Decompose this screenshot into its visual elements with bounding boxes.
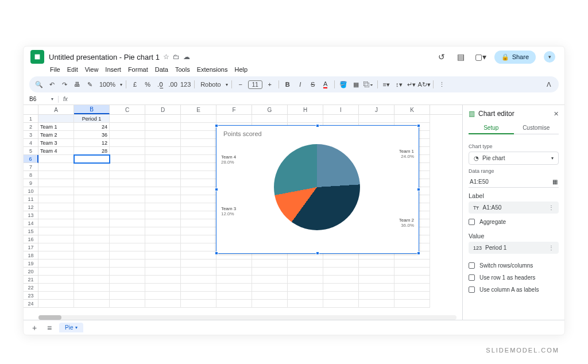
cell[interactable] xyxy=(145,300,181,308)
grid-select-icon[interactable]: ▦ xyxy=(552,179,558,185)
grid-body[interactable]: 1Period 12Team 1243Team 2364Team 3125Tea… xyxy=(24,115,462,315)
font-size-input[interactable]: 11 xyxy=(248,80,262,89)
cell[interactable] xyxy=(145,203,181,211)
borders-icon[interactable]: ▦ xyxy=(351,79,361,90)
cell[interactable] xyxy=(145,268,181,276)
cell[interactable] xyxy=(252,268,288,276)
sheets-logo[interactable] xyxy=(30,50,44,64)
cell[interactable] xyxy=(145,235,181,243)
cell[interactable] xyxy=(110,243,145,251)
cell[interactable] xyxy=(323,260,359,268)
cell[interactable] xyxy=(110,300,145,308)
cell[interactable] xyxy=(216,284,252,292)
col-b[interactable]: B xyxy=(74,105,110,114)
star-icon[interactable]: ☆ xyxy=(163,53,169,61)
cell[interactable] xyxy=(145,163,181,171)
doc-title[interactable]: Untitled presentation - Pie chart 1 xyxy=(49,53,160,61)
cell[interactable] xyxy=(110,211,145,219)
cell[interactable] xyxy=(252,115,288,123)
cell[interactable] xyxy=(74,276,110,284)
cell[interactable] xyxy=(145,155,181,163)
cell[interactable] xyxy=(181,203,216,211)
print-icon[interactable]: 🖶 xyxy=(72,79,82,90)
cell[interactable] xyxy=(110,187,145,195)
cell[interactable] xyxy=(394,268,430,276)
menu-tools[interactable]: Tools xyxy=(175,66,190,73)
cell[interactable] xyxy=(145,179,181,187)
cell[interactable] xyxy=(181,155,216,163)
cell[interactable] xyxy=(216,115,252,123)
undo-icon[interactable]: ↶ xyxy=(47,79,57,90)
cell[interactable] xyxy=(110,155,145,163)
cell[interactable] xyxy=(74,155,110,163)
dec-increase-icon[interactable]: .00 xyxy=(168,79,178,90)
cell[interactable] xyxy=(252,300,288,308)
row-header[interactable]: 20 xyxy=(24,268,38,276)
cell[interactable] xyxy=(74,195,110,203)
bold-icon[interactable]: B xyxy=(283,79,293,90)
cell[interactable] xyxy=(38,115,74,123)
all-sheets-icon[interactable]: ≡ xyxy=(44,323,55,332)
cell[interactable] xyxy=(145,219,181,227)
close-icon[interactable]: ✕ xyxy=(554,110,559,118)
cell[interactable] xyxy=(110,147,145,155)
cell[interactable] xyxy=(38,284,74,292)
row-header[interactable]: 9 xyxy=(24,179,38,187)
cell[interactable] xyxy=(110,284,145,292)
row-header[interactable]: 5 xyxy=(24,147,38,155)
cell[interactable] xyxy=(110,203,145,211)
cell[interactable] xyxy=(38,260,74,268)
cell[interactable] xyxy=(181,268,216,276)
cell[interactable] xyxy=(323,300,359,308)
cell[interactable] xyxy=(74,260,110,268)
cell[interactable] xyxy=(359,268,394,276)
cell[interactable] xyxy=(145,211,181,219)
collapse-icon[interactable]: ᐱ xyxy=(544,79,554,90)
cell[interactable] xyxy=(181,292,216,300)
cell[interactable] xyxy=(181,115,216,123)
cell[interactable] xyxy=(38,211,74,219)
data-range-input[interactable]: A1:E50 ▦ xyxy=(469,176,559,188)
row-header[interactable]: 21 xyxy=(24,276,38,284)
cell[interactable] xyxy=(181,147,216,155)
aggregate-checkbox[interactable]: Aggregate xyxy=(469,219,559,225)
cell[interactable] xyxy=(288,292,323,300)
cell[interactable]: 12 xyxy=(74,139,110,147)
cell[interactable] xyxy=(359,260,394,268)
col-c[interactable]: C xyxy=(110,105,145,114)
cell[interactable] xyxy=(74,163,110,171)
col-f[interactable]: F xyxy=(216,105,252,114)
move-icon[interactable]: 🗀 xyxy=(173,53,180,61)
select-all-corner[interactable] xyxy=(24,105,38,114)
cell[interactable] xyxy=(288,276,323,284)
cell[interactable] xyxy=(110,171,145,179)
menu-edit[interactable]: Edit xyxy=(67,66,78,73)
row-header[interactable]: 16 xyxy=(24,235,38,243)
cell[interactable] xyxy=(110,260,145,268)
cell[interactable] xyxy=(288,300,323,308)
cell[interactable] xyxy=(359,292,394,300)
cell[interactable] xyxy=(38,268,74,276)
cell[interactable] xyxy=(216,276,252,284)
cell[interactable] xyxy=(216,292,252,300)
row-header[interactable]: 22 xyxy=(24,284,38,292)
cell[interactable] xyxy=(181,251,216,260)
cell[interactable] xyxy=(110,195,145,203)
rotate-icon[interactable]: A↻▾ xyxy=(419,79,430,90)
cell[interactable] xyxy=(74,243,110,251)
cell[interactable] xyxy=(145,131,181,139)
history-icon[interactable]: ↺ xyxy=(436,51,447,63)
row-header[interactable]: 17 xyxy=(24,243,38,251)
sheet-tab-pie[interactable]: Pie▾ xyxy=(59,323,83,332)
value-chip[interactable]: 123 Period 1 ⋮ xyxy=(469,242,559,254)
cell[interactable] xyxy=(359,115,394,123)
strike-icon[interactable]: S xyxy=(308,79,318,90)
cell[interactable] xyxy=(181,276,216,284)
cell[interactable] xyxy=(110,115,145,123)
row-header[interactable]: 1 xyxy=(24,115,38,123)
col-e[interactable]: E xyxy=(181,105,216,114)
tab-customise[interactable]: Customise xyxy=(514,122,559,134)
percent-icon[interactable]: % xyxy=(142,79,153,90)
cell[interactable] xyxy=(181,300,216,308)
col-j[interactable]: J xyxy=(359,105,394,114)
